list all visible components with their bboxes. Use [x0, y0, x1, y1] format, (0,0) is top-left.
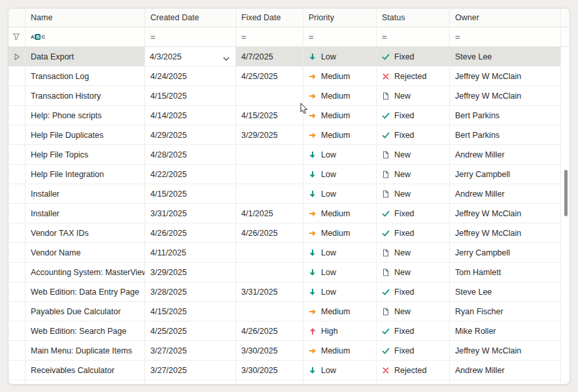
filter-cell-priority[interactable]: =: [303, 27, 377, 46]
status-cell[interactable]: Fixed: [377, 341, 450, 360]
fixed-date-cell[interactable]: 4/7/2025: [236, 47, 303, 66]
row-indicator-cell[interactable]: [8, 223, 26, 242]
owner-cell[interactable]: Bert Parkins: [450, 125, 561, 144]
status-cell[interactable]: New: [377, 302, 450, 321]
created-date-cell[interactable]: 4/24/2025: [145, 67, 236, 86]
name-cell[interactable]: Ledger: Inconsistency: [26, 380, 145, 385]
owner-cell[interactable]: Jeffrey W McClain: [450, 67, 561, 86]
table-row[interactable]: Help File Duplicates 4/29/2025 3/29/2025…: [8, 125, 561, 145]
created-date-cell[interactable]: 4/15/2025: [145, 86, 236, 105]
filter-indicator-cell[interactable]: [8, 27, 26, 46]
owner-cell[interactable]: Jeffrey W McClain: [450, 223, 561, 242]
row-indicator-cell[interactable]: [8, 263, 26, 282]
name-cell[interactable]: Payables Due Calculator: [26, 302, 145, 321]
chevron-down-icon[interactable]: [223, 54, 230, 59]
row-indicator-cell[interactable]: [8, 145, 26, 164]
fixed-date-cell[interactable]: [236, 145, 303, 164]
status-cell[interactable]: New: [377, 263, 450, 282]
priority-cell[interactable]: Low: [303, 184, 377, 203]
table-row[interactable]: Vendor Name 4/11/2025 Low New Jerry Camp…: [8, 243, 561, 263]
fixed-date-cell[interactable]: 4/15/2025: [236, 106, 303, 125]
owner-cell[interactable]: Jeffrey W McClain: [450, 86, 561, 105]
owner-cell[interactable]: Bert Parkins: [450, 106, 561, 125]
row-indicator-cell[interactable]: [8, 184, 26, 203]
table-row[interactable]: Help File Integration 4/22/2025 Low New …: [8, 165, 561, 184]
owner-cell[interactable]: Jeffrey W McClain: [450, 204, 561, 223]
column-header-created-date[interactable]: Created Date: [145, 8, 236, 27]
owner-cell[interactable]: Steve Lee: [450, 47, 561, 66]
table-row[interactable]: Help: Phone scripts 4/14/2025 4/15/2025 …: [8, 106, 561, 125]
row-indicator-cell[interactable]: [8, 86, 26, 105]
fixed-date-cell[interactable]: [236, 243, 303, 262]
name-cell[interactable]: Installer: [26, 184, 145, 203]
row-indicator-cell[interactable]: [8, 361, 26, 380]
priority-cell[interactable]: Low: [303, 282, 377, 301]
created-date-cell[interactable]: 4/11/2025: [145, 243, 236, 262]
fixed-date-cell[interactable]: 3/30/2025: [236, 341, 303, 360]
created-date-cell[interactable]: 4/25/2025: [145, 321, 236, 340]
owner-cell[interactable]: Tom Hamlett: [450, 263, 561, 282]
priority-cell[interactable]: Medium: [303, 86, 377, 105]
priority-cell[interactable]: Medium: [303, 223, 377, 242]
created-date-cell[interactable]: 3/29/2025: [145, 263, 236, 282]
priority-cell[interactable]: Medium: [303, 106, 377, 125]
status-cell[interactable]: Fixed: [377, 321, 450, 340]
priority-cell[interactable]: Medium: [303, 302, 377, 321]
priority-cell[interactable]: Medium: [303, 341, 377, 360]
owner-cell[interactable]: Bert Parkins: [450, 380, 561, 385]
table-row[interactable]: Main Menu: Duplicate Items 3/27/2025 3/3…: [8, 341, 561, 361]
priority-cell[interactable]: Medium: [303, 67, 377, 86]
status-cell[interactable]: Fixed: [377, 223, 450, 242]
created-date-cell[interactable]: 4/15/2025: [145, 184, 236, 203]
row-indicator-cell[interactable]: [8, 106, 26, 125]
name-cell[interactable]: Help File Duplicates: [26, 125, 145, 144]
name-cell[interactable]: Help File Integration: [26, 165, 145, 184]
created-date-cell[interactable]: 3/31/2025: [145, 204, 236, 223]
row-indicator-cell[interactable]: [8, 204, 26, 223]
created-date-cell[interactable]: 4/29/2025: [145, 125, 236, 144]
fixed-date-cell[interactable]: 3/30/2025: [236, 361, 303, 380]
owner-cell[interactable]: Andrew Miller: [450, 145, 561, 164]
filter-cell-owner[interactable]: =: [450, 27, 561, 46]
status-cell[interactable]: New: [377, 165, 450, 184]
column-header-fixed-date[interactable]: Fixed Date: [236, 8, 303, 27]
status-cell[interactable]: New: [377, 145, 450, 164]
status-cell[interactable]: Rejected: [377, 361, 450, 380]
fixed-date-cell[interactable]: [236, 184, 303, 203]
fixed-date-cell[interactable]: [236, 302, 303, 321]
created-date-cell[interactable]: 3/27/2025: [145, 341, 236, 360]
fixed-date-cell[interactable]: 4/17/2025: [236, 380, 303, 385]
row-indicator-cell[interactable]: [8, 321, 26, 340]
owner-cell[interactable]: Jerry Campbell: [450, 243, 561, 262]
fixed-date-cell[interactable]: 4/26/2025: [236, 321, 303, 340]
status-cell[interactable]: Fixed: [377, 380, 450, 385]
fixed-date-cell[interactable]: 4/25/2025: [236, 67, 303, 86]
row-indicator-cell[interactable]: [8, 243, 26, 262]
row-indicator-cell[interactable]: [8, 302, 26, 321]
table-row[interactable]: Ledger: Inconsistency 4/16/2025 4/17/202…: [8, 380, 561, 385]
status-cell[interactable]: New: [377, 243, 450, 262]
status-cell[interactable]: Fixed: [377, 125, 450, 144]
created-date-cell[interactable]: 3/27/2025: [145, 361, 236, 380]
name-cell[interactable]: Help: Phone scripts: [26, 106, 145, 125]
name-cell[interactable]: Main Menu: Duplicate Items: [26, 341, 145, 360]
priority-cell[interactable]: Low: [303, 47, 377, 66]
filter-cell-status[interactable]: =: [377, 27, 450, 46]
column-header-owner[interactable]: Owner: [450, 8, 561, 27]
fixed-date-cell[interactable]: 3/29/2025: [236, 125, 303, 144]
status-cell[interactable]: Fixed: [377, 106, 450, 125]
row-indicator-cell[interactable]: [8, 125, 26, 144]
table-row[interactable]: Transaction Log 4/24/2025 4/25/2025 Medi…: [8, 67, 561, 86]
created-date-editor[interactable]: 4/3/2025: [145, 47, 236, 66]
table-row[interactable]: Vendor TAX IDs 4/26/2025 4/26/2025 Mediu…: [8, 223, 561, 243]
created-date-cell[interactable]: 4/22/2025: [145, 165, 236, 184]
fixed-date-cell[interactable]: [236, 263, 303, 282]
priority-cell[interactable]: Low: [303, 165, 377, 184]
table-row[interactable]: Installer 3/31/2025 4/1/2025 Medium Fixe…: [8, 204, 561, 223]
status-cell[interactable]: Fixed: [377, 204, 450, 223]
priority-cell[interactable]: Medium: [303, 380, 377, 385]
owner-cell[interactable]: Steve Lee: [450, 282, 561, 301]
row-indicator-cell[interactable]: [8, 67, 26, 86]
name-cell[interactable]: Help File Topics: [26, 145, 145, 164]
priority-cell[interactable]: Low: [303, 263, 377, 282]
